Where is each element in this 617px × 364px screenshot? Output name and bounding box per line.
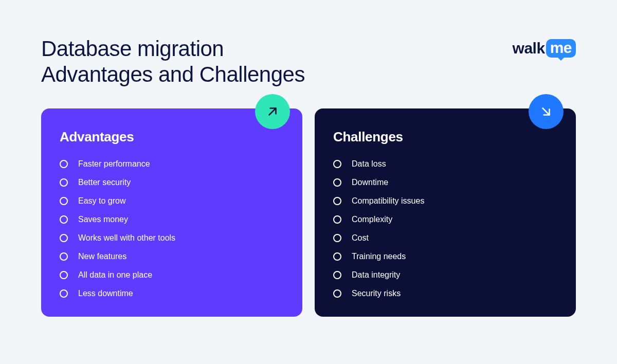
bullet-icon (60, 271, 68, 279)
advantages-title: Advantages (60, 129, 284, 145)
svg-line-0 (269, 108, 276, 115)
list-item: Less downtime (60, 289, 284, 298)
list-item: Cost (333, 233, 557, 243)
logo-me: me (546, 39, 576, 58)
bullet-icon (333, 215, 341, 224)
bullet-icon (333, 234, 341, 242)
arrow-down-right-icon (529, 94, 564, 129)
challenges-list: Data loss Downtime Compatibility issues … (333, 159, 557, 298)
title-line1: Database migration (41, 37, 224, 61)
bullet-icon (60, 215, 68, 224)
bullet-icon (60, 160, 68, 168)
bullet-icon (333, 160, 341, 168)
list-item: Works well with other tools (60, 233, 284, 243)
bullet-icon (333, 271, 341, 279)
bullet-icon (333, 252, 341, 261)
list-item: Data integrity (333, 270, 557, 280)
walkme-logo: walkme (513, 39, 576, 58)
bullet-icon (333, 197, 341, 205)
svg-line-1 (543, 108, 550, 115)
challenges-title: Challenges (333, 129, 557, 145)
list-item: Compatibility issues (333, 196, 557, 206)
advantages-card: Advantages Faster performance Better sec… (41, 108, 302, 317)
advantages-list: Faster performance Better security Easy … (60, 159, 284, 298)
list-item: All data in one place (60, 270, 284, 280)
bullet-icon (60, 197, 68, 205)
logo-walk: walk (513, 40, 545, 57)
list-item: Security risks (333, 289, 557, 298)
bullet-icon (60, 178, 68, 187)
list-item: Easy to grow (60, 196, 284, 206)
arrow-up-right-icon (255, 94, 290, 129)
bullet-icon (60, 252, 68, 261)
list-item: Data loss (333, 159, 557, 169)
list-item: Downtime (333, 178, 557, 187)
page-title: Database migration Advantages and Challe… (41, 36, 305, 88)
bullet-icon (333, 178, 341, 187)
title-line2: Advantages and Challenges (41, 62, 305, 86)
list-item: Training needs (333, 252, 557, 261)
list-item: Saves money (60, 215, 284, 224)
list-item: New features (60, 252, 284, 261)
bullet-icon (60, 289, 68, 298)
list-item: Better security (60, 178, 284, 187)
bullet-icon (333, 289, 341, 298)
list-item: Faster performance (60, 159, 284, 169)
bullet-icon (60, 234, 68, 242)
challenges-card: Challenges Data loss Downtime Compatibil… (315, 108, 576, 317)
list-item: Complexity (333, 215, 557, 224)
